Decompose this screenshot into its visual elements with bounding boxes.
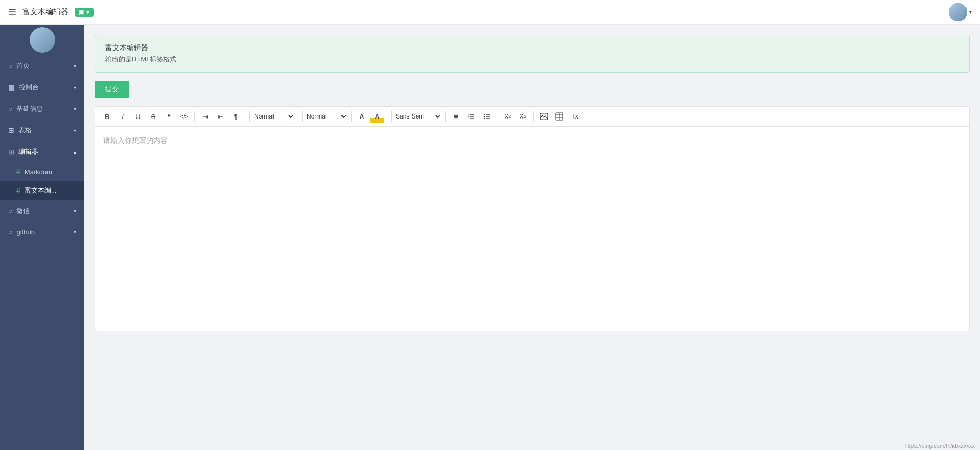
sidebar-item-basic-info[interactable]: ○ 基础信息 ▾	[0, 98, 84, 120]
badge-icon: ▣	[79, 9, 84, 16]
svg-point-11	[484, 118, 485, 119]
strikethrough-button[interactable]: S	[146, 110, 161, 123]
sidebar-item-home-label: 首页	[16, 61, 30, 70]
ordered-list-icon: 1. 2. 3.	[468, 113, 475, 120]
submit-button[interactable]: 提交	[95, 81, 129, 98]
underline-button[interactable]: U	[131, 110, 145, 123]
sidebar-item-table[interactable]: ⊞ 表格 ▾	[0, 120, 84, 141]
rich-text-hash-icon: #	[16, 186, 20, 195]
sidebar-logo	[30, 27, 55, 53]
indent-left-button[interactable]: ⇤	[213, 110, 227, 123]
header: ☰ 富文本编辑器 ▣ ▾ ▾	[0, 0, 980, 25]
sidebar-item-home[interactable]: ○ 首页 ▾	[0, 55, 84, 77]
font-select[interactable]: Sans Serif Serif Monospace	[391, 110, 442, 123]
rich-text-label: 富文本编...	[25, 186, 57, 195]
basic-info-icon: ○	[8, 105, 12, 113]
avatar-dropdown-arrow[interactable]: ▾	[969, 9, 972, 15]
toolbar-separator-6	[445, 111, 446, 122]
toolbar-separator-8	[533, 111, 534, 122]
sidebar-logo-area	[0, 25, 84, 55]
sidebar-sub-item-markdom[interactable]: # Markdom	[0, 162, 84, 181]
list-ordered-button[interactable]: 1. 2. 3.	[464, 110, 478, 123]
editor-toolbar: B I U S ❝ </> ⇥ ⇤ ¶ Normal Heading 1 Hea…	[95, 107, 969, 127]
toolbar-separator-1	[194, 111, 195, 122]
table-insert-icon	[555, 112, 563, 121]
indent-right-button[interactable]: ⇥	[198, 110, 212, 123]
github-arrow-icon: ▾	[74, 229, 76, 235]
main-content: 富文本编辑器 输出的是HTML标签格式 提交 B I U S ❝ </> ⇥ ⇤…	[84, 25, 980, 450]
font-color-button[interactable]: A	[355, 110, 369, 123]
subscript-button[interactable]: X2	[500, 110, 515, 123]
badge-arrow-icon: ▾	[86, 9, 89, 16]
table-insert-button[interactable]	[552, 110, 566, 123]
dashboard-icon: ▦	[8, 83, 15, 91]
toolbar-separator-2	[246, 111, 246, 122]
sidebar-item-editor-label: 编辑器	[18, 147, 38, 156]
info-box: 富文本编辑器 输出的是HTML标签格式	[95, 35, 970, 73]
code-button[interactable]: </>	[177, 110, 191, 123]
table-icon: ⊞	[8, 126, 14, 134]
paragraph-mark-button[interactable]: ¶	[229, 110, 243, 123]
menu-icon[interactable]: ☰	[8, 7, 16, 18]
format-select-2[interactable]: Normal Small Large	[302, 110, 348, 123]
sidebar-item-github[interactable]: ○ github ▾	[0, 222, 84, 242]
svg-rect-12	[540, 113, 548, 120]
svg-point-9	[484, 114, 485, 115]
image-icon	[540, 112, 548, 121]
github-icon: ○	[8, 228, 12, 236]
dashboard-arrow-icon: ▾	[74, 85, 76, 90]
toolbar-separator-7	[497, 111, 497, 122]
status-bar: https://bing.com/th/id/xxxxxx	[899, 442, 980, 450]
sidebar-item-table-label: 表格	[18, 126, 32, 135]
align-left-button[interactable]: ≡	[449, 110, 463, 123]
basic-info-arrow-icon: ▾	[74, 106, 76, 112]
sidebar-item-weixin[interactable]: ○ 微信 ▾	[0, 200, 84, 222]
toolbar-separator-4	[351, 111, 352, 122]
italic-button[interactable]: I	[116, 110, 130, 123]
sidebar-item-weixin-label: 微信	[16, 206, 30, 216]
sidebar-item-editor[interactable]: ⊞ 编辑器 ▴	[0, 141, 84, 162]
toolbar-separator-3	[299, 111, 299, 122]
format-select-1[interactable]: Normal Heading 1 Heading 2 Heading 3	[249, 110, 295, 123]
editor-container: B I U S ❝ </> ⇥ ⇤ ¶ Normal Heading 1 Hea…	[95, 106, 970, 331]
sidebar-sub-item-rich-text[interactable]: # 富文本编...	[0, 181, 84, 200]
info-box-description: 输出的是HTML标签格式	[105, 55, 959, 64]
list-unordered-button[interactable]	[480, 110, 494, 123]
markdom-label: Markdom	[25, 168, 52, 176]
avatar-image	[949, 3, 967, 21]
home-arrow-icon: ▾	[74, 63, 76, 69]
markdom-hash-icon: #	[16, 168, 20, 176]
sidebar: ○ 首页 ▾ ▦ 控制台 ▾ ○ 基础信息 ▾ ⊞ 表格	[0, 25, 84, 450]
weixin-arrow-icon: ▾	[74, 208, 76, 214]
image-button[interactable]	[537, 110, 551, 123]
layout: ○ 首页 ▾ ▦ 控制台 ▾ ○ 基础信息 ▾ ⊞ 表格	[0, 0, 980, 450]
editor-arrow-icon: ▴	[74, 149, 76, 155]
svg-point-10	[484, 116, 485, 117]
svg-text:3.: 3.	[468, 117, 470, 120]
editor-icon: ⊞	[8, 148, 14, 156]
sidebar-item-dashboard-label: 控制台	[19, 83, 39, 92]
clear-format-button[interactable]: Tx	[567, 110, 582, 123]
highlight-button[interactable]: A	[370, 110, 384, 123]
bold-button[interactable]: B	[100, 110, 115, 123]
weixin-icon: ○	[8, 207, 12, 215]
sidebar-item-dashboard[interactable]: ▦ 控制台 ▾	[0, 77, 84, 98]
avatar[interactable]	[949, 3, 967, 21]
header-title: 富文本编辑器	[22, 7, 69, 17]
sidebar-item-basic-info-label: 基础信息	[16, 104, 43, 113]
sidebar-item-github-label: github	[16, 228, 34, 236]
table-arrow-icon: ▾	[74, 128, 76, 133]
unordered-list-icon	[483, 113, 490, 120]
toolbar-separator-5	[388, 111, 388, 122]
blockquote-button[interactable]: ❝	[162, 110, 176, 123]
superscript-button[interactable]: X2	[516, 110, 530, 123]
home-icon: ○	[8, 62, 12, 70]
info-box-title: 富文本编辑器	[105, 43, 959, 53]
header-badge[interactable]: ▣ ▾	[75, 8, 94, 17]
editor-area[interactable]: 请输入你想写的内容	[95, 127, 969, 331]
